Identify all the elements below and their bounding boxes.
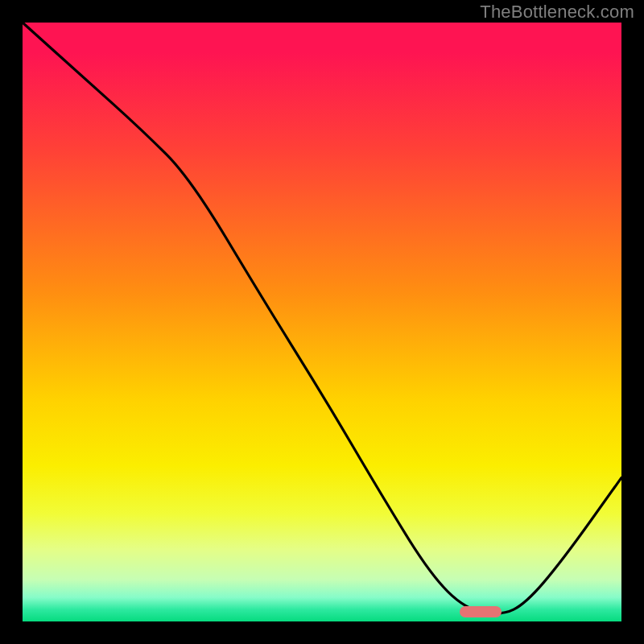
watermark-text: TheBottleneck.com <box>480 2 634 23</box>
minimum-marker <box>460 606 502 617</box>
chart-frame: TheBottleneck.com <box>0 0 644 644</box>
bottleneck-curve <box>23 23 621 621</box>
plot-area <box>23 23 621 621</box>
